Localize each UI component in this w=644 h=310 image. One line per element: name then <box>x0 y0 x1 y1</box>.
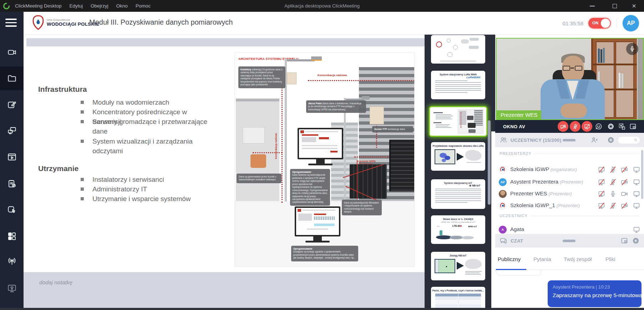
camera-icon <box>7 48 17 57</box>
menu-view[interactable]: Obejrzyj <box>91 3 108 9</box>
notes-area[interactable]: dodaj notatkę <box>24 272 425 310</box>
desktop-status-icon[interactable] <box>633 179 640 186</box>
note-placeholder: dodaj notatkę <box>39 279 72 286</box>
pop-out-window-button[interactable] <box>629 123 637 130</box>
maximize-button[interactable] <box>608 0 622 12</box>
av-settings-button[interactable] <box>607 123 614 130</box>
header-divider <box>617 18 617 28</box>
participant-row[interactable]: A Agata <box>495 224 644 235</box>
chat-popout-button[interactable] <box>621 237 628 244</box>
slide-bullet: System wizualizacji i zarządzania odczyt… <box>78 136 211 156</box>
thumbnail-slide-5[interactable]: System stacjonarny IoT ⊕ NB-IoT <box>431 179 485 209</box>
slide-bullet: Instalatorzy i serwisanci <box>78 175 211 184</box>
tab-pytania[interactable]: Pytania <box>533 256 551 262</box>
user-avatar[interactable]: AP <box>623 15 639 31</box>
camera-off-button[interactable] <box>558 121 568 132</box>
participant-row[interactable]: AP Asystent Prezentera (Prezenter) <box>495 177 644 188</box>
video-mic-indicator[interactable] <box>626 43 638 55</box>
minimize-button[interactable] <box>585 0 599 12</box>
mic-off-icon <box>572 124 578 130</box>
thumbnail-slide-7[interactable]: Zasięg NB-IoT <box>431 252 485 280</box>
screen-status-icon[interactable] <box>598 179 605 186</box>
pop-in-button[interactable] <box>618 123 625 130</box>
av-window-bar: OKNO AV <box>495 120 644 133</box>
thumbnail-slide-6[interactable]: Słowo klucz nr 1- ZASIĘG GPRS, Edn, CAT-… <box>431 215 485 244</box>
av-bar-title: OKNO AV <box>503 124 525 129</box>
hamburger-menu-icon[interactable] <box>5 19 17 28</box>
tab-pliki[interactable]: Pliki <box>605 256 615 262</box>
thumb-content <box>430 107 486 136</box>
participants-search-input[interactable] <box>618 137 640 144</box>
chat-messages-area[interactable]: Asystent Prezentera | 10:23 Zapraszamy n… <box>495 270 644 308</box>
sidebar-item-media[interactable] <box>0 145 24 169</box>
camera-status-icon[interactable] <box>621 202 628 209</box>
thumbnail-slide-1[interactable] <box>431 35 485 64</box>
sidebar-item-cta[interactable] <box>0 198 24 222</box>
participant-row[interactable]: Szkolenia IGWP_1 (Prezenter) <box>495 200 644 211</box>
monitor-1 <box>298 128 343 159</box>
desktop-status-icon[interactable] <box>633 202 640 209</box>
sidebar-item-whiteboard[interactable] <box>0 92 24 116</box>
mic-status-icon[interactable] <box>609 202 617 209</box>
panel-drag-handle[interactable] <box>563 240 575 242</box>
sidebar-item-files[interactable] <box>0 66 24 90</box>
participants-scrollbar[interactable] <box>641 150 643 199</box>
clickmeeting-logo-icon <box>3 2 10 10</box>
sidebar-item-screenshare[interactable] <box>0 119 24 142</box>
desktop-status-icon[interactable] <box>633 226 640 233</box>
participant-avatar <box>499 166 507 174</box>
chat-settings-button[interactable] <box>632 237 639 244</box>
thumbnail-slide-4[interactable]: Przykładowe mapowanie obszaru dla LoRa <box>431 142 485 171</box>
active-tab-underline <box>496 269 526 270</box>
pop-in-icon <box>618 123 625 130</box>
menu-help[interactable]: Pomoc <box>136 3 151 9</box>
sidebar-item-broadcast[interactable] <box>0 250 24 274</box>
screen-off-button[interactable] <box>582 121 592 132</box>
thumbnail-slide-3-active[interactable] <box>429 106 487 137</box>
mic-status-icon[interactable] <box>609 166 617 173</box>
tab-twoj-zespol[interactable]: Twój zespół <box>564 256 592 262</box>
add-participant-button[interactable] <box>591 136 598 144</box>
diagram-callout-oprogramowanie-2: OprogramowanieDostępne są funkcje zgodni… <box>291 246 358 261</box>
desktop-status-icon[interactable] <box>633 166 640 173</box>
chat-tabs: Publiczny Pytania Twój zespół Pliki <box>495 248 644 270</box>
close-button[interactable]: ✕ <box>627 0 641 12</box>
sidebar-item-streaming[interactable] <box>0 276 24 300</box>
slide-thumbnails-panel: System stacjonarny LoRa WAN LoRaWAN <box>425 35 495 310</box>
menu-window[interactable]: Okno <box>116 3 128 9</box>
presenter-video[interactable]: Prezenter WES <box>496 38 644 120</box>
slide-bullet: Serwery gromadzące i przetwarzające dane <box>78 117 211 136</box>
screen-status-icon[interactable] <box>598 190 605 198</box>
participant-row[interactable]: Szkolenia IGWP (organizator) <box>495 164 644 175</box>
sidebar-item-apps[interactable] <box>0 224 24 248</box>
thumbnail-slide-2[interactable]: System stacjonarny LoRa WAN LoRaWAN <box>431 71 485 99</box>
reactions-button[interactable] <box>595 123 602 130</box>
participants-settings-button[interactable] <box>607 136 614 144</box>
camera-status-icon[interactable] <box>621 190 628 198</box>
camera-status-icon[interactable] <box>621 166 628 173</box>
camera-status-icon[interactable] <box>621 179 628 186</box>
menu-app[interactable]: ClickMeeting Desktop <box>15 3 62 9</box>
sidebar-item-camera[interactable] <box>0 40 24 64</box>
sidebar-item-surveys[interactable] <box>0 172 24 196</box>
menu-edit[interactable]: Edytuj <box>70 3 83 9</box>
screen-status-icon[interactable] <box>598 166 605 173</box>
pop-out-icon <box>629 123 637 130</box>
mic-off-button[interactable] <box>570 121 580 132</box>
thumbnail-slide-8[interactable]: Panie, my z Podlasia, czyli z końca świa… <box>431 287 485 310</box>
thumbnails-scrollbar[interactable] <box>488 120 491 205</box>
thumb-title: Panie, my z Podlasia, czyli z końca świa… <box>431 289 485 292</box>
thumb-content <box>431 189 485 203</box>
panel-drag-handle[interactable] <box>563 139 575 141</box>
desktop-status-icon[interactable] <box>633 190 640 198</box>
gear-icon <box>607 123 614 130</box>
monitor-wifi-icon <box>7 284 17 293</box>
tab-publiczny[interactable]: Publiczny <box>498 256 521 262</box>
thumb-content <box>431 147 485 167</box>
screen-status-icon[interactable] <box>598 202 605 209</box>
mic-status-icon[interactable] <box>609 190 617 198</box>
recording-toggle[interactable]: ON <box>588 18 611 29</box>
thumb-content <box>431 35 485 64</box>
mic-status-icon[interactable] <box>609 179 617 186</box>
participant-row[interactable]: Prezenter WES (Prezenter) <box>495 189 644 199</box>
